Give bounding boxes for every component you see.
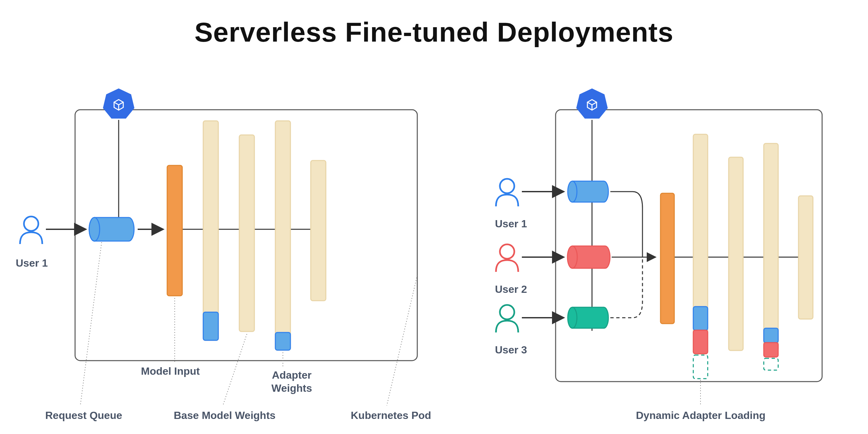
base-weight-bar-2-left bbox=[239, 135, 254, 332]
svg-rect-27 bbox=[764, 143, 778, 350]
base-weight-bar-3-right bbox=[764, 143, 778, 370]
base-model-weights-label: Base Model Weights bbox=[174, 409, 276, 422]
dynamic-adapter-slot-2 bbox=[764, 358, 778, 370]
diagram-canvas: Serverless Fine-tuned Deployments bbox=[0, 0, 868, 434]
base-weight-bar-4-left bbox=[311, 161, 326, 301]
svg-rect-26 bbox=[693, 330, 708, 354]
user1-icon-right bbox=[496, 179, 518, 206]
adapter-weights-bar-3-left bbox=[275, 332, 290, 350]
leader-request-queue bbox=[80, 242, 102, 405]
adapter-weights-bar-1-left bbox=[203, 312, 218, 340]
svg-point-13 bbox=[500, 179, 514, 193]
leader-k8s-pod bbox=[387, 275, 417, 405]
kubernetes-pod-label: Kubernetes Pod bbox=[351, 409, 431, 422]
svg-point-2 bbox=[24, 216, 38, 231]
model-input-label: Model Input bbox=[141, 365, 200, 377]
leader-base-weights bbox=[223, 334, 247, 405]
user3-icon-right bbox=[496, 305, 518, 332]
dynamic-adapter-loading-label: Dynamic Adapter Loading bbox=[636, 409, 766, 422]
kubernetes-icon-right bbox=[576, 89, 608, 119]
user1-label-right: User 1 bbox=[495, 218, 527, 230]
base-weight-bar-1-left bbox=[203, 121, 218, 340]
base-weight-bar-2-right bbox=[729, 157, 743, 350]
kubernetes-icon-left bbox=[103, 89, 134, 119]
svg-marker-11 bbox=[576, 89, 608, 119]
model-input-bar-right bbox=[660, 193, 674, 324]
queue-cylinder-user1 bbox=[568, 181, 609, 202]
svg-point-16 bbox=[500, 244, 514, 259]
svg-rect-9 bbox=[203, 121, 218, 340]
svg-rect-28 bbox=[764, 328, 778, 343]
model-input-bar-left bbox=[167, 165, 182, 296]
user2-label-right: User 2 bbox=[495, 283, 527, 295]
queue-cylinder-user2 bbox=[567, 246, 610, 268]
user1-icon-left bbox=[20, 216, 42, 244]
adapter-weights-label: Adapter Weights bbox=[262, 368, 321, 395]
user1-label-left: User 1 bbox=[16, 257, 48, 269]
left-panel-svg bbox=[0, 0, 868, 434]
request-queue-label: Request Queue bbox=[45, 409, 122, 422]
user3-label-right: User 3 bbox=[495, 344, 527, 356]
request-queue-cylinder-left bbox=[89, 218, 134, 241]
svg-rect-25 bbox=[693, 307, 708, 330]
base-weight-bar-1-right bbox=[693, 134, 708, 379]
svg-rect-29 bbox=[764, 343, 778, 357]
svg-point-15 bbox=[568, 181, 577, 202]
base-weight-bar-3-left bbox=[275, 121, 290, 350]
user2-icon-right bbox=[496, 244, 518, 272]
base-weight-bar-4-right bbox=[799, 196, 813, 319]
svg-point-6 bbox=[89, 218, 100, 241]
svg-point-21 bbox=[568, 307, 577, 328]
dynamic-adapter-slot-1 bbox=[693, 355, 708, 379]
svg-rect-10 bbox=[275, 121, 290, 350]
queue-cylinder-user3 bbox=[568, 307, 609, 328]
svg-marker-0 bbox=[103, 89, 134, 119]
svg-point-19 bbox=[500, 305, 514, 320]
svg-point-18 bbox=[567, 246, 577, 268]
